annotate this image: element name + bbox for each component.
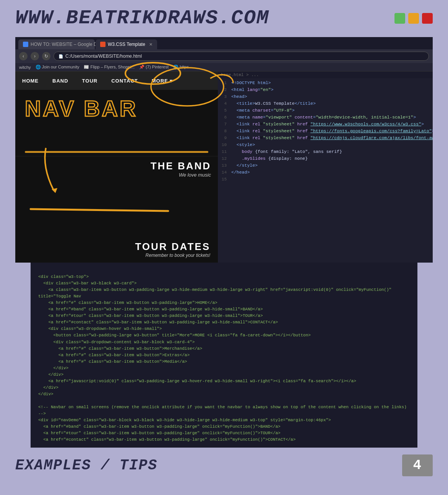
win-btn-red[interactable]: [422, 13, 433, 24]
code-line-13: 13 </style>: [218, 162, 433, 169]
code-line-8: 8 <link rel="stylesheet" href="https://f…: [218, 128, 433, 135]
band-title: THE BAND: [22, 160, 211, 172]
refresh-button[interactable]: ↻: [42, 52, 50, 60]
code-line-2: 2 <html lang="en">: [218, 87, 433, 94]
page-number-box: 4: [402, 454, 433, 476]
tour-subtitle: Remember to book your tickets!: [23, 253, 210, 258]
editor-breadcrumb: home.html > ...: [218, 71, 433, 78]
navbar-label-area: NAV BAR: [15, 90, 218, 156]
code-line-12: 12 .mySlides {display: none}: [218, 156, 433, 162]
code-bottom-panel: <div class="w3-top"> <div class="w3-bar …: [31, 263, 417, 448]
bookmark-https-label: 🌐 https: [173, 65, 189, 70]
code-line-6: 6 <meta name="viewport" content="width=d…: [218, 114, 433, 121]
bookmark-witchy-label: witchy: [19, 65, 31, 70]
tour-dates-area: TOUR DATES Remember to book your tickets…: [15, 236, 218, 263]
code-bottom-content: <div class="w3-top"> <div class="w3-bar …: [38, 267, 410, 443]
tab-w3[interactable]: W3.CSS Template ✕: [96, 39, 157, 49]
code-line-11: 11 body {font family: "Lato", sans serif…: [218, 149, 433, 156]
spacer-middle: [15, 180, 218, 237]
back-button[interactable]: ‹: [19, 52, 28, 60]
browser-chrome: HOW TO: WEBSITE – Google Docs ✕ W3.CSS T…: [15, 37, 433, 71]
footer-title: EXAMPLES / TIPS: [15, 457, 157, 474]
code-line-4: 4 <title>W3.CSS Template</title>: [218, 101, 433, 107]
bookmark-pinterest-label: 📌 (7) Pinterest: [139, 65, 169, 70]
code-line-7: 7 <link rel="stylesheet" href="https://w…: [218, 121, 433, 128]
tab-docs-label: HOW TO: WEBSITE – Google Docs: [31, 42, 104, 47]
page-header: WWW.BEATRIKDRAWS.COM: [0, 0, 448, 33]
tab-w3-close[interactable]: ✕: [149, 42, 153, 47]
win-btn-green[interactable]: [394, 13, 405, 24]
address-bar[interactable]: 📄 C:/Users/monta/WEBSITE/home.html: [54, 52, 429, 61]
band-area: THE BAND We love music: [15, 156, 218, 180]
code-line-3: 3 <head>: [218, 94, 433, 101]
code-line-1: 1 <!DOCTYPE html>: [218, 80, 433, 87]
browser-tabs: HOW TO: WEBSITE – Google Docs ✕ W3.CSS T…: [15, 37, 433, 49]
bookmark-community[interactable]: 🌐 Join our Community: [36, 65, 80, 70]
code-line-9: 9 <link rel="stylesheet" href="https://c…: [218, 135, 433, 142]
band-subtitle: We love music: [22, 172, 211, 178]
forward-button[interactable]: ›: [31, 52, 39, 60]
nav-contact[interactable]: CONTACT: [104, 71, 145, 90]
nav-band[interactable]: BAND: [45, 71, 75, 90]
code-line-10: 10 <style>: [218, 142, 433, 149]
bookmark-community-label: 🌐 Join our Community: [36, 65, 80, 70]
code-lines: 1 <!DOCTYPE html> 2 <html lang="en"> 3 <…: [218, 78, 433, 185]
nav-tour[interactable]: TOUR: [75, 71, 105, 90]
bookmark-pinterest[interactable]: 📌 (7) Pinterest: [139, 65, 169, 70]
file-icon: 📄: [58, 54, 63, 58]
bookmarks-bar: witchy 🌐 Join our Community 📰 Flipp – Fl…: [15, 63, 433, 71]
tab-w3-label: W3.CSS Template: [108, 42, 145, 47]
code-editor-panel: home.html > ... 1 <!DOCTYPE html> 2 <htm…: [218, 71, 433, 263]
website-preview: HOME BAND TOUR CONTACT MORE ▾ NAV BAR TH…: [15, 71, 218, 263]
code-line-15: 15: [218, 176, 433, 183]
bookmark-https[interactable]: 🌐 https: [173, 65, 189, 70]
code-line-14: 14 </head>: [218, 169, 433, 176]
nav-home[interactable]: HOME: [15, 71, 45, 90]
split-content: HOME BAND TOUR CONTACT MORE ▾ NAV BAR TH…: [15, 71, 433, 263]
bookmark-flipp[interactable]: 📰 Flipp – Flyers, Shoppi...: [84, 65, 135, 70]
nav-bar-big-text: NAV BAR: [25, 96, 208, 121]
browser-wrapper: HOW TO: WEBSITE – Google Docs ✕ W3.CSS T…: [15, 37, 433, 448]
navbar-demo: HOME BAND TOUR CONTACT MORE ▾: [15, 71, 218, 90]
address-text: C:/Users/monta/WEBSITE/home.html: [65, 54, 142, 59]
tour-title: TOUR DATES: [23, 241, 210, 253]
site-title: WWW.BEATRIKDRAWS.COM: [15, 7, 269, 29]
window-controls: [394, 13, 433, 24]
docs-icon: [23, 42, 28, 47]
page-footer: EXAMPLES / TIPS 4: [0, 448, 448, 483]
orange-underline-nav: [25, 151, 208, 153]
browser-toolbar: ‹ › ↻ 📄 C:/Users/monta/WEBSITE/home.html: [15, 49, 433, 63]
w3-icon: [100, 42, 106, 47]
bookmark-witchy[interactable]: witchy: [19, 65, 31, 70]
code-line-5: 5 <meta charset="UTF-8">: [218, 107, 433, 114]
win-btn-orange[interactable]: [408, 13, 419, 24]
tab-docs[interactable]: HOW TO: WEBSITE – Google Docs ✕: [18, 39, 95, 49]
bookmark-flipp-label: 📰 Flipp – Flyers, Shoppi...: [84, 65, 135, 70]
nav-more[interactable]: MORE ▾: [145, 71, 180, 90]
